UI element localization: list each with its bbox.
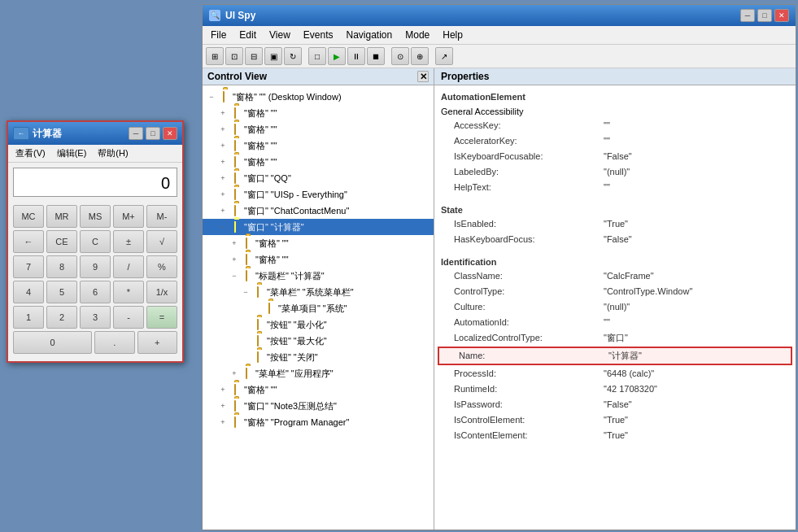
tree-expand-pane3[interactable]: + [217,138,229,153]
calc-maximize-button[interactable]: □ [146,127,160,140]
toolbar-btn-pause[interactable]: ⏸ [347,47,365,65]
toolbar-btn-plus-circle[interactable]: ⊕ [411,47,429,65]
calc-btn-dot[interactable]: . [94,331,135,354]
tree-expand-sysmenuitem[interactable] [251,301,263,316]
toolbar-btn-window[interactable]: □ [308,47,326,65]
calc-menu-view[interactable]: 查看(V) [13,146,48,160]
tree-item-btn-close[interactable]: "按钮" "关闭" [203,349,434,365]
tree-item-pane1[interactable]: + "窗格" "" [203,105,434,121]
tree-expand-titlebar[interactable]: − [229,268,240,283]
calc-btn-sqrt[interactable]: √ [146,230,177,253]
tree-item-desktop[interactable]: − "窗格" "" (Desktop Window) [203,89,434,105]
tree-expand-pane-empty[interactable]: + [217,382,229,397]
toolbar-btn-circle[interactable]: ⊙ [391,47,409,65]
toolbar-btn-2[interactable]: ⊡ [225,47,243,65]
tree-item-qq[interactable]: + "窗口" "QQ" [203,170,434,186]
calc-btn-percent[interactable]: % [146,255,177,278]
tree-item-sysmenu[interactable]: − "菜单栏" "系统菜单栏" [203,284,434,300]
uispy-close-button[interactable]: ✕ [774,9,789,22]
tree-item-pane3[interactable]: + "窗格" "" [203,137,434,154]
calc-btn-0[interactable]: 0 [13,331,92,354]
tree-expand-note3[interactable]: + [217,399,229,413]
calc-btn-6[interactable]: 6 [80,281,111,303]
tree-expand-btn-min[interactable] [240,317,251,332]
calc-menu-help[interactable]: 帮助(H) [95,146,130,160]
tree-item-note3[interactable]: + "窗口" "Note3压测总结" [203,398,434,414]
tree-expand-uisp[interactable]: + [217,187,229,202]
menu-help[interactable]: Help [438,28,468,42]
tree-item-calc-pane2[interactable]: + "窗格" "" [203,251,434,268]
tree-item-uisp[interactable]: + "窗口" "UISp - Everything" [203,186,434,203]
tree-expand-chat[interactable]: + [217,203,229,218]
tree-item-pane4[interactable]: + "窗格" "" [203,154,434,170]
tree-expand-calc-pane2[interactable]: + [229,252,240,267]
menu-file[interactable]: File [206,28,231,42]
tree-expand-appmenu[interactable]: + [229,366,240,381]
calc-btn-mr[interactable]: MR [46,205,77,228]
calc-btn-mplus[interactable]: M+ [113,205,144,228]
toolbar-btn-stop[interactable]: ⏹ [367,47,385,65]
toolbar-btn-refresh[interactable]: ↻ [284,47,302,65]
menu-view[interactable]: View [264,28,295,42]
toolbar-btn-4[interactable]: ▣ [264,47,282,65]
calc-btn-8[interactable]: 8 [46,255,77,278]
calc-btn-mminus[interactable]: M- [146,205,177,228]
toolbar-btn-arrow[interactable]: ↗ [435,47,453,65]
calc-btn-reciprocal[interactable]: 1/x [146,281,177,303]
calc-btn-multiply[interactable]: * [113,281,144,303]
uispy-maximize-button[interactable]: □ [757,9,772,22]
calc-btn-c[interactable]: C [80,230,111,253]
menu-events[interactable]: Events [299,28,338,42]
tree-item-progman[interactable]: + "窗格" "Program Manager" [203,414,434,430]
calc-btn-mc[interactable]: MC [13,205,44,228]
calc-btn-3[interactable]: 3 [80,306,111,329]
menu-navigation[interactable]: Navigation [342,28,398,42]
tree-container[interactable]: − "窗格" "" (Desktop Window) + "窗格" "" [203,85,434,530]
calc-close-button[interactable]: ✕ [163,127,177,140]
tree-expand-pane4[interactable]: + [217,155,229,169]
tree-expand-qq[interactable]: + [217,171,229,185]
tree-item-sysmenuitem[interactable]: "菜单项目" "系统" [203,300,434,316]
calc-back-button[interactable]: ← [13,127,29,140]
calc-btn-7[interactable]: 7 [13,255,44,278]
tree-item-appmenu[interactable]: + "菜单栏" "应用程序" [203,365,434,382]
calc-btn-plus[interactable]: + [137,331,178,354]
calc-btn-4[interactable]: 4 [13,281,44,303]
calc-btn-9[interactable]: 9 [80,255,111,278]
tree-expand-calc-pane1[interactable]: + [229,236,240,251]
tree-expand-calc[interactable]: − [217,220,229,234]
tree-item-pane2[interactable]: + "窗格" "" [203,121,434,137]
calc-btn-equals-right[interactable]: = [146,306,177,329]
calc-btn-back[interactable]: ← [13,230,44,253]
calc-btn-plusminus[interactable]: ± [113,230,144,253]
tree-expand-pane2[interactable]: + [217,122,229,137]
calc-menu-edit[interactable]: 编辑(E) [55,146,89,160]
tree-expand-progman[interactable]: + [217,415,229,430]
menu-mode[interactable]: Mode [400,28,434,42]
toolbar-btn-1[interactable]: ⊞ [206,47,224,65]
calc-btn-2[interactable]: 2 [46,306,77,329]
calc-btn-ms[interactable]: MS [80,205,111,228]
tree-item-btn-min[interactable]: "按钮" "最小化" [203,316,434,333]
tree-item-titlebar[interactable]: − "标题栏" "计算器" [203,268,434,284]
tree-expand-btn-close[interactable] [240,350,251,364]
toolbar-btn-play[interactable]: ▶ [328,47,346,65]
calc-btn-minus[interactable]: - [113,306,144,329]
calc-btn-1[interactable]: 1 [13,306,44,329]
calc-btn-5[interactable]: 5 [46,281,77,303]
tree-item-btn-max[interactable]: "按钮" "最大化" [203,333,434,349]
tree-expand-pane1[interactable]: + [217,106,229,120]
calc-btn-divide[interactable]: / [113,255,144,278]
control-view-close[interactable]: ✕ [417,71,429,82]
tree-expand-btn-max[interactable] [240,334,251,348]
tree-item-pane-empty[interactable]: + "窗格" "" [203,382,434,398]
tree-item-chat[interactable]: + "窗口" "ChatContactMenu" [203,203,434,219]
calc-btn-ce[interactable]: CE [46,230,77,253]
tree-expand-sysmenu[interactable]: − [240,285,251,299]
tree-item-calc-pane1[interactable]: + "窗格" "" [203,235,434,251]
calc-minimize-button[interactable]: ─ [129,127,143,140]
toolbar-btn-3[interactable]: ⊟ [245,47,263,65]
tree-item-calc[interactable]: − "窗口" "计算器" [203,219,434,235]
tree-expand-desktop[interactable]: − [206,89,217,104]
menu-edit[interactable]: Edit [234,28,261,42]
